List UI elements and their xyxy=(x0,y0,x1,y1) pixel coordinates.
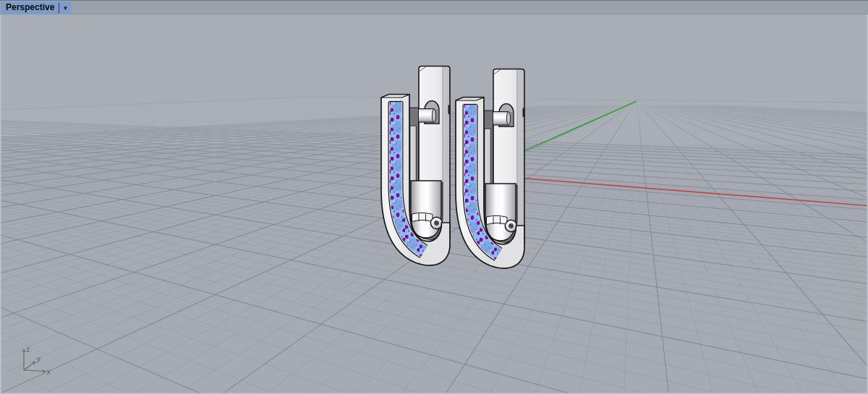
viewport-dropdown-icon[interactable]: ▼ xyxy=(59,4,72,12)
gizmo-z-label: z xyxy=(26,345,30,354)
viewport-title-bar: Perspective ▼ xyxy=(0,0,868,14)
gizmo-y-label: y xyxy=(37,354,41,363)
gizmo-x-label: x xyxy=(47,367,51,376)
rhino-viewport-window: z y x Perspective ▼ xyxy=(0,0,868,394)
viewport-canvas[interactable]: z y x xyxy=(0,0,868,394)
viewport-title[interactable]: Perspective ▼ xyxy=(1,1,72,14)
viewport-title-label[interactable]: Perspective xyxy=(1,2,59,13)
